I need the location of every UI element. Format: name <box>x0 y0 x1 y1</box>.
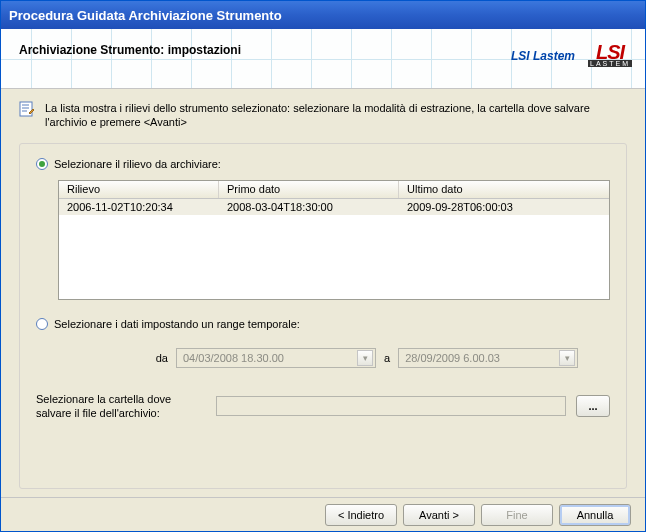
col-primo-dato[interactable]: Primo dato <box>219 181 399 198</box>
folder-row: Selezionare la cartella dove salvare il … <box>36 392 610 420</box>
browse-button-label: ... <box>588 400 597 412</box>
brand-logo: LSI LASTEM <box>585 37 635 73</box>
range-from-combo: 04/03/2008 18.30.00 ▾ <box>176 348 376 368</box>
range-row: da 04/03/2008 18.30.00 ▾ a 28/09/2009 6.… <box>58 348 610 368</box>
cancel-button-label: Annulla <box>577 509 614 521</box>
range-from-label: da <box>58 352 168 364</box>
back-button-label: < Indietro <box>338 509 384 521</box>
chevron-down-icon: ▾ <box>559 350 575 366</box>
next-button[interactable]: Avanti > <box>403 504 475 526</box>
radio-range[interactable] <box>36 318 48 330</box>
radio-survey-row[interactable]: Selezionare il rilievo da archiviare: <box>36 158 610 170</box>
folder-label: Selezionare la cartella dove salvare il … <box>36 392 206 420</box>
browse-button[interactable]: ... <box>576 395 610 417</box>
list-header[interactable]: Rilievo Primo dato Ultimo dato <box>59 181 609 199</box>
cancel-button[interactable]: Annulla <box>559 504 631 526</box>
cell-rilievo: 2006-11-02T10:20:34 <box>59 200 219 214</box>
table-row[interactable]: 2006-11-02T10:20:34 2008-03-04T18:30:00 … <box>59 199 609 215</box>
chevron-down-icon: ▾ <box>357 350 373 366</box>
intro-row: La lista mostra i rilievi dello strument… <box>19 101 627 139</box>
titlebar[interactable]: Procedura Guidata Archiviazione Strument… <box>1 1 645 29</box>
finish-button: Fine <box>481 504 553 526</box>
folder-input[interactable] <box>216 396 566 416</box>
range-from-value: 04/03/2008 18.30.00 <box>183 352 284 364</box>
intro-text: La lista mostra i rilievi dello strument… <box>45 101 627 129</box>
range-to-combo: 28/09/2009 6.00.03 ▾ <box>398 348 578 368</box>
window-title: Procedura Guidata Archiviazione Strument… <box>9 8 282 23</box>
wizard-window: Procedura Guidata Archiviazione Strument… <box>0 0 646 532</box>
cell-primo: 2008-03-04T18:30:00 <box>219 200 399 214</box>
radio-range-row[interactable]: Selezionare i dati impostando un range t… <box>36 318 610 330</box>
col-rilievo[interactable]: Rilievo <box>59 181 219 198</box>
radio-survey-label: Selezionare il rilievo da archiviare: <box>54 158 221 170</box>
options-group: Selezionare il rilievo da archiviare: Ri… <box>19 143 627 489</box>
next-button-label: Avanti > <box>419 509 459 521</box>
radio-survey[interactable] <box>36 158 48 170</box>
col-ultimo-dato[interactable]: Ultimo dato <box>399 181 609 198</box>
finish-button-label: Fine <box>506 509 527 521</box>
range-to-value: 28/09/2009 6.00.03 <box>405 352 500 364</box>
radio-range-label: Selezionare i dati impostando un range t… <box>54 318 300 330</box>
content-area: La lista mostra i rilievi dello strument… <box>1 89 645 497</box>
header-band: Archiviazione Strumento: impostazioni LS… <box>1 29 645 89</box>
cell-ultimo: 2009-09-28T06:00:03 <box>399 200 609 214</box>
edit-icon <box>19 101 35 117</box>
wizard-footer: < Indietro Avanti > Fine Annulla <box>1 497 645 531</box>
survey-list[interactable]: Rilievo Primo dato Ultimo dato 2006-11-0… <box>58 180 610 300</box>
logo-top: LSI <box>596 44 624 60</box>
logo-bottom: LASTEM <box>588 60 632 67</box>
range-to-label: a <box>384 352 390 364</box>
brand-text: LSI Lastem <box>511 49 575 63</box>
back-button[interactable]: < Indietro <box>325 504 397 526</box>
